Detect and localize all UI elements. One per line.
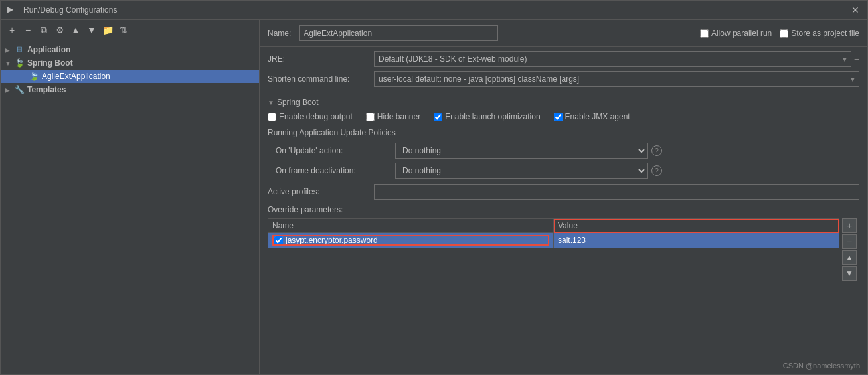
name-field-label: Name:	[268, 29, 291, 38]
scroll-up-button[interactable]: ▲	[842, 250, 857, 265]
jre-clear-button[interactable]: −	[851, 54, 859, 64]
close-button[interactable]: ✕	[850, 5, 861, 15]
allow-parallel-text: Allow parallel run	[711, 29, 772, 38]
spring-boot-arrow: ▼	[5, 60, 14, 67]
remove-config-button[interactable]: −	[21, 23, 35, 37]
frame-deactivation-row: On frame deactivation: Do nothing ?	[268, 163, 859, 179]
right-content: JRE: Default (JDK18 - SDK of Ext-web mod…	[260, 47, 867, 374]
tree-item-agileext[interactable]: 🍃 AgileExtApplication	[1, 70, 259, 83]
application-arrow: ▶	[5, 46, 14, 54]
right-panel: Name: Allow parallel run Store as projec…	[260, 20, 867, 374]
header-options: Allow parallel run Store as project file	[700, 29, 859, 38]
hide-banner-label: Hide banner	[366, 112, 420, 121]
move-up-button[interactable]: ▲	[68, 23, 83, 37]
run-debug-window: ▶ Run/Debug Configurations ✕ + − ⧉ ⚙ ▲ ▼…	[0, 0, 868, 375]
enable-launch-checkbox[interactable]	[434, 113, 442, 121]
tree-item-spring-boot[interactable]: ▼ 🍃 Spring Boot	[1, 56, 259, 70]
update-action-select[interactable]: Do nothing	[395, 143, 648, 159]
application-label: Application	[27, 45, 70, 54]
add-param-button[interactable]: +	[842, 218, 857, 233]
spring-boot-label: Spring Boot	[27, 58, 73, 68]
copy-config-button[interactable]: ⧉	[37, 23, 51, 37]
frame-deactivation-label: On frame deactivation:	[276, 166, 395, 175]
name-input[interactable]	[299, 25, 498, 41]
update-action-select-wrap: Do nothing ?	[395, 143, 662, 159]
spring-boot-config-section: ▼ Spring Boot Enable debug output Hide b…	[260, 92, 867, 286]
table-container: Name Value	[268, 218, 839, 281]
jre-value: Default (JDK18 - SDK of Ext-web module)	[379, 54, 836, 64]
application-icon: 🖥	[14, 44, 25, 55]
tree-item-application[interactable]: ▶ 🖥 Application	[1, 43, 259, 56]
sort-button[interactable]: ⇅	[116, 23, 131, 37]
table-action-buttons: + − ▲ ▼	[839, 218, 859, 281]
scroll-down-button[interactable]: ▼	[842, 266, 857, 281]
section-collapse-icon: ▼	[268, 99, 274, 106]
override-title: Override parameters:	[268, 205, 859, 214]
templates-icon: 🔧	[14, 84, 25, 95]
update-select-container: Do nothing	[395, 143, 648, 159]
watermark: CSDN @namelessmyth	[783, 362, 860, 370]
left-panel: + − ⧉ ⚙ ▲ ▼ 📁 ⇅ ▶ 🖥 Application ▼	[1, 20, 260, 374]
agileext-label: AgileExtApplication	[42, 72, 110, 81]
remove-param-button[interactable]: −	[842, 234, 857, 249]
jre-field: Default (JDK18 - SDK of Ext-web module) …	[374, 51, 851, 67]
folder-button[interactable]: 📁	[100, 23, 115, 37]
enable-jmx-label: Enable JMX agent	[554, 112, 630, 121]
active-profiles-row: Active profiles:	[268, 184, 859, 200]
row-name-cell: jasypt.encryptor.password	[268, 233, 554, 248]
row-checkbox[interactable]	[274, 236, 283, 245]
spring-boot-icon: 🍃	[14, 58, 25, 68]
row-value-cell: salt.123	[554, 233, 839, 248]
hide-banner-checkbox[interactable]	[366, 113, 375, 121]
shorten-field: user-local default: none - java [options…	[374, 71, 859, 87]
active-profiles-input[interactable]	[374, 184, 859, 200]
agileext-icon: 🍃	[29, 71, 39, 82]
enable-debug-label: Enable debug output	[268, 112, 353, 121]
jre-label: JRE:	[268, 54, 374, 64]
override-section: Override parameters: Name Value	[268, 205, 859, 281]
enable-launch-text: Enable launch optimization	[445, 112, 540, 121]
spring-boot-section-header[interactable]: ▼ Spring Boot	[268, 98, 859, 107]
col-value-header: Value	[554, 219, 839, 233]
config-tree: ▶ 🖥 Application ▼ 🍃 Spring Boot 🍃 AgileE…	[1, 40, 259, 374]
window-title: Run/Debug Configurations	[23, 5, 117, 15]
enable-jmx-checkbox[interactable]	[554, 113, 563, 121]
allow-parallel-label: Allow parallel run	[700, 29, 772, 38]
table-row[interactable]: jasypt.encryptor.password salt.123	[268, 233, 839, 248]
spring-boot-checkboxes: Enable debug output Hide banner Enable l…	[268, 112, 859, 121]
right-header: Name: Allow parallel run Store as projec…	[260, 20, 867, 47]
col-name-header: Name	[268, 219, 554, 233]
jre-dropdown-icon: ▼	[841, 56, 848, 63]
store-project-text: Store as project file	[791, 29, 859, 38]
frame-help-icon[interactable]: ?	[651, 165, 662, 176]
shorten-value: user-local default: none - java [options…	[379, 74, 844, 84]
move-down-button[interactable]: ▼	[84, 23, 99, 37]
update-action-label: On 'Update' action:	[276, 146, 395, 155]
row-name-text: jasypt.encryptor.password	[286, 236, 378, 245]
row-name-cell-inner: jasypt.encryptor.password	[272, 235, 549, 246]
shorten-row: Shorten command line: user-local default…	[268, 71, 859, 87]
enable-debug-checkbox[interactable]	[268, 113, 276, 121]
frame-deactivation-select[interactable]: Do nothing	[395, 163, 648, 179]
jre-row: JRE: Default (JDK18 - SDK of Ext-web mod…	[268, 51, 859, 67]
templates-arrow: ▶	[5, 86, 14, 94]
store-project-label: Store as project file	[780, 29, 859, 38]
main-content: + − ⧉ ⚙ ▲ ▼ 📁 ⇅ ▶ 🖥 Application ▼	[1, 20, 867, 374]
running-app-section: Running Application Update Policies On '…	[268, 128, 859, 179]
running-app-title: Running Application Update Policies	[268, 128, 859, 137]
enable-debug-text: Enable debug output	[279, 112, 353, 121]
frame-select-container: Do nothing	[395, 163, 648, 179]
settings-button[interactable]: ⚙	[52, 23, 67, 37]
update-help-icon[interactable]: ?	[651, 145, 662, 156]
store-project-checkbox[interactable]	[780, 29, 788, 38]
templates-label: Templates	[27, 85, 66, 94]
shorten-label: Shorten command line:	[268, 74, 374, 84]
enable-jmx-text: Enable JMX agent	[565, 112, 630, 121]
hide-banner-text: Hide banner	[377, 112, 420, 121]
frame-select-wrap: Do nothing ?	[395, 163, 662, 179]
toolbar: + − ⧉ ⚙ ▲ ▼ 📁 ⇅	[1, 20, 259, 40]
allow-parallel-checkbox[interactable]	[700, 29, 709, 38]
tree-item-templates[interactable]: ▶ 🔧 Templates	[1, 83, 259, 96]
add-config-button[interactable]: +	[5, 23, 19, 37]
title-bar: ▶ Run/Debug Configurations ✕	[1, 1, 867, 20]
